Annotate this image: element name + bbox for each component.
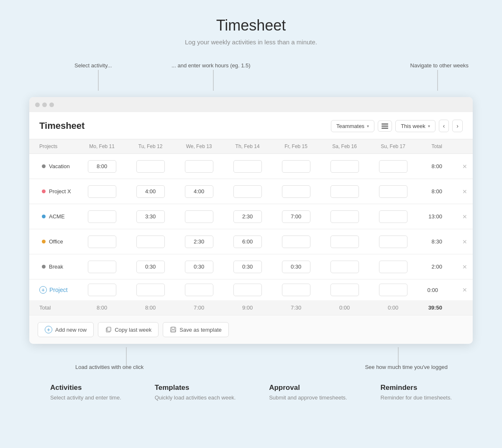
time-input-new-tue[interactable] <box>136 284 165 296</box>
time-cell-office-fri[interactable] <box>272 229 320 254</box>
time-input-office-sat[interactable] <box>330 236 359 248</box>
add-project-thu[interactable] <box>223 279 272 301</box>
time-cell-break-sun[interactable] <box>369 254 417 279</box>
time-input-break-wed[interactable] <box>185 261 213 273</box>
remove-projectx[interactable]: ✕ <box>448 179 473 204</box>
time-cell-break-fri[interactable] <box>272 254 320 279</box>
this-week-button[interactable]: This week ▾ <box>395 120 435 132</box>
time-cell-break-tue[interactable] <box>126 254 175 279</box>
remove-new[interactable]: ✕ <box>448 279 473 301</box>
time-input-vacation-tue[interactable] <box>136 160 165 173</box>
add-project-fri[interactable] <box>272 279 320 301</box>
time-cell-acme-fri[interactable] <box>272 204 320 229</box>
time-cell-projectx-sat[interactable] <box>320 179 369 204</box>
time-input-office-tue[interactable] <box>136 236 165 248</box>
time-cell-projectx-sun[interactable] <box>369 179 417 204</box>
prev-week-button[interactable]: ‹ <box>439 120 449 132</box>
time-input-projectx-mon[interactable] <box>88 185 116 198</box>
time-cell-office-mon[interactable] <box>78 229 126 254</box>
time-input-projectx-wed[interactable] <box>185 185 213 198</box>
time-input-new-sat[interactable] <box>330 284 359 296</box>
time-cell-vacation-sat[interactable] <box>320 154 369 179</box>
save-template-button[interactable]: Save as template <box>163 322 228 337</box>
time-cell-office-thu[interactable] <box>223 229 272 254</box>
time-input-acme-thu[interactable] <box>233 210 262 223</box>
time-input-acme-wed[interactable] <box>185 210 213 223</box>
time-input-new-wed[interactable] <box>185 284 213 296</box>
time-input-acme-sat[interactable] <box>330 210 359 223</box>
time-input-acme-mon[interactable] <box>88 210 116 223</box>
time-input-office-thu[interactable] <box>233 236 262 248</box>
add-project-mon[interactable] <box>78 279 126 301</box>
time-input-vacation-sun[interactable] <box>379 160 407 173</box>
time-cell-projectx-wed[interactable] <box>175 179 223 204</box>
time-input-projectx-sat[interactable] <box>330 185 359 198</box>
time-input-vacation-sat[interactable] <box>330 160 359 173</box>
time-cell-vacation-wed[interactable] <box>175 154 223 179</box>
add-project-button[interactable]: + Project <box>39 286 68 294</box>
time-input-projectx-thu[interactable] <box>233 185 262 198</box>
add-project-wed[interactable] <box>175 279 223 301</box>
time-input-new-mon[interactable] <box>88 284 116 296</box>
copy-last-week-button[interactable]: Copy last week <box>98 322 159 337</box>
remove-button-projectx[interactable]: ✕ <box>458 188 471 195</box>
time-input-office-mon[interactable] <box>88 236 116 248</box>
list-view-button[interactable] <box>378 120 392 132</box>
next-week-button[interactable]: › <box>452 120 463 132</box>
time-input-projectx-fri[interactable] <box>282 185 310 198</box>
remove-break[interactable]: ✕ <box>448 254 473 279</box>
add-project-sat[interactable] <box>320 279 369 301</box>
remove-button-new[interactable]: ✕ <box>458 287 471 293</box>
time-cell-projectx-mon[interactable] <box>78 179 126 204</box>
time-input-break-mon[interactable] <box>88 261 116 273</box>
teammates-button[interactable]: Teammates ▾ <box>331 120 374 132</box>
time-cell-vacation-mon[interactable] <box>78 154 126 179</box>
add-project-cell[interactable]: + Project <box>29 279 78 301</box>
remove-button-office[interactable]: ✕ <box>458 238 471 245</box>
time-input-projectx-sun[interactable] <box>379 185 407 198</box>
remove-acme[interactable]: ✕ <box>448 204 473 229</box>
time-cell-office-sat[interactable] <box>320 229 369 254</box>
time-input-new-sun[interactable] <box>379 284 407 296</box>
time-cell-break-thu[interactable] <box>223 254 272 279</box>
time-input-new-thu[interactable] <box>233 284 262 296</box>
time-cell-projectx-fri[interactable] <box>272 179 320 204</box>
time-input-projectx-tue[interactable] <box>136 185 165 198</box>
remove-button-vacation[interactable]: ✕ <box>458 163 471 170</box>
time-cell-office-tue[interactable] <box>126 229 175 254</box>
time-input-office-fri[interactable] <box>282 236 310 248</box>
add-project-tue[interactable] <box>126 279 175 301</box>
add-project-sun[interactable] <box>369 279 417 301</box>
time-input-acme-sun[interactable] <box>379 210 407 223</box>
time-cell-vacation-thu[interactable] <box>223 154 272 179</box>
remove-office[interactable]: ✕ <box>448 229 473 254</box>
time-cell-office-wed[interactable] <box>175 229 223 254</box>
time-input-vacation-wed[interactable] <box>185 160 213 173</box>
time-cell-acme-tue[interactable] <box>126 204 175 229</box>
time-input-acme-tue[interactable] <box>136 210 165 223</box>
time-cell-break-sat[interactable] <box>320 254 369 279</box>
time-input-vacation-thu[interactable] <box>233 160 262 173</box>
time-cell-office-sun[interactable] <box>369 229 417 254</box>
time-input-break-sun[interactable] <box>379 261 407 273</box>
time-cell-vacation-fri[interactable] <box>272 154 320 179</box>
time-cell-break-wed[interactable] <box>175 254 223 279</box>
add-row-button[interactable]: + Add new row <box>38 322 94 337</box>
remove-vacation[interactable]: ✕ <box>448 154 473 179</box>
time-cell-projectx-thu[interactable] <box>223 179 272 204</box>
time-cell-projectx-tue[interactable] <box>126 179 175 204</box>
time-input-break-fri[interactable] <box>282 261 310 273</box>
time-cell-acme-thu[interactable] <box>223 204 272 229</box>
time-cell-break-mon[interactable] <box>78 254 126 279</box>
remove-button-break[interactable]: ✕ <box>458 264 471 270</box>
time-cell-acme-wed[interactable] <box>175 204 223 229</box>
time-input-break-thu[interactable] <box>233 261 262 273</box>
time-input-vacation-mon[interactable] <box>88 160 116 173</box>
time-input-new-fri[interactable] <box>282 284 310 296</box>
time-cell-acme-mon[interactable] <box>78 204 126 229</box>
time-input-office-wed[interactable] <box>185 236 213 248</box>
time-cell-acme-sat[interactable] <box>320 204 369 229</box>
time-cell-vacation-tue[interactable] <box>126 154 175 179</box>
time-input-office-sun[interactable] <box>379 236 407 248</box>
time-input-vacation-fri[interactable] <box>282 160 310 173</box>
